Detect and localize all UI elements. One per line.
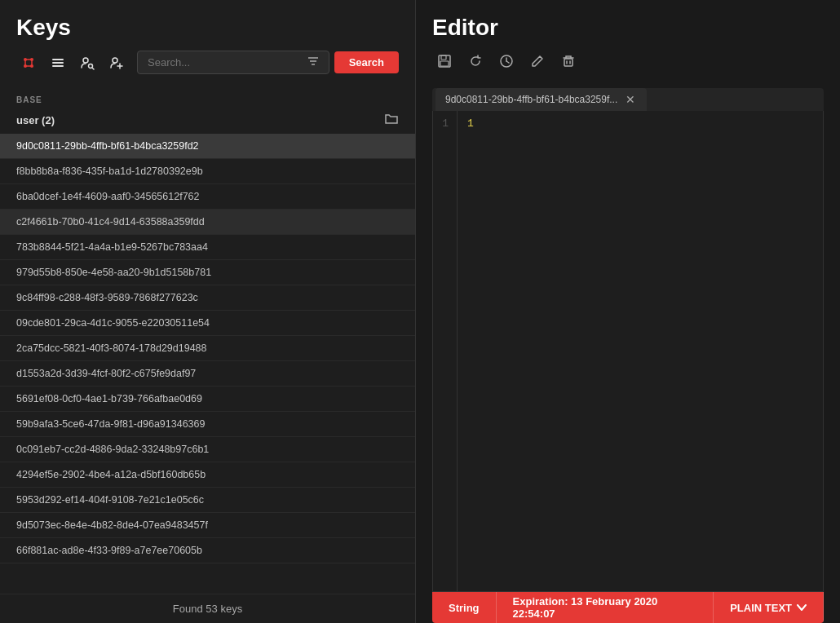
- line-numbers: 1: [433, 111, 458, 591]
- list-item[interactable]: 59b9afa3-5ce6-47da-9f81-d96a91346369: [0, 412, 415, 437]
- user-search-icon-btn[interactable]: [75, 52, 99, 73]
- footer-format[interactable]: PLAIN TEXT: [714, 592, 824, 623]
- editor-tab[interactable]: 9d0c0811-29bb-4ffb-bf61-b4bca3259f... ✕: [435, 88, 647, 111]
- group-label: user (2): [16, 114, 55, 126]
- editor-toolbar: [432, 51, 824, 72]
- list-item[interactable]: 9d5073ec-8e4e-4b82-8de4-07ea9483457f: [0, 513, 415, 538]
- list-item[interactable]: 5953d292-ef14-404f-9108-7e21c1e05c6c: [0, 488, 415, 513]
- search-input[interactable]: [144, 51, 304, 73]
- type-label: String: [449, 602, 480, 614]
- list-item[interactable]: 09cde801-29ca-4d1c-9055-e22030511e54: [0, 311, 415, 336]
- right-header: Editor: [416, 0, 840, 88]
- editor-title: Editor: [432, 15, 824, 41]
- list-item[interactable]: 5691ef08-0cf0-4ae1-b739-766afbae0d69: [0, 387, 415, 412]
- refresh-icon-btn[interactable]: [463, 51, 488, 72]
- svg-rect-26: [564, 59, 573, 66]
- list-item[interactable]: 9c84ff98-c288-48f3-9589-7868f277623c: [0, 285, 415, 311]
- list-item[interactable]: c2f4661b-70b0-41c4-9d14-63588a359fdd: [0, 210, 415, 235]
- search-button[interactable]: Search: [334, 51, 399, 73]
- search-container: [137, 51, 329, 74]
- filter-icon-btn[interactable]: [304, 52, 322, 73]
- right-panel: Editor: [416, 0, 840, 623]
- tab-close-button[interactable]: ✕: [624, 94, 637, 105]
- folder-icon: [384, 111, 399, 126]
- user-add-icon-btn[interactable]: [104, 52, 129, 73]
- tab-label: 9d0c0811-29bb-4ffb-bf61-b4bca3259f...: [445, 94, 617, 105]
- format-label: PLAIN TEXT: [730, 602, 792, 614]
- list-icon-btn[interactable]: [46, 52, 70, 73]
- section-label: BASE: [0, 91, 415, 106]
- svg-rect-8: [52, 59, 64, 60]
- delete-icon: [561, 54, 576, 68]
- expiry-label: Expiration: 13 February 2020 22:54:07: [513, 595, 697, 620]
- svg-point-14: [113, 58, 117, 63]
- delete-icon-btn[interactable]: [556, 51, 581, 72]
- list-item[interactable]: 6ba0dcef-1e4f-4609-aaf0-34565612f762: [0, 184, 415, 210]
- list-item[interactable]: 9d0c0811-29bb-4ffb-bf61-b4bca3259fd2: [0, 134, 415, 159]
- svg-rect-9: [52, 62, 64, 64]
- list-item[interactable]: 66f881ac-ad8e-4f33-9f89-a7e7ee70605b: [0, 538, 415, 563]
- keys-list: 9d0c0811-29bb-4ffb-bf61-b4bca3259fd2f8bb…: [0, 134, 415, 623]
- edit-icon-btn[interactable]: [525, 51, 550, 72]
- user-search-icon: [80, 55, 95, 70]
- user-add-icon: [109, 55, 124, 70]
- editor-tab-bar: 9d0c0811-29bb-4ffb-bf61-b4bca3259f... ✕: [432, 88, 824, 111]
- left-footer: Found 53 keys: [0, 594, 415, 623]
- list-item[interactable]: 783b8844-5f21-4a4a-b1e9-5267bc783aa4: [0, 235, 415, 260]
- refresh-icon: [468, 54, 483, 68]
- save-icon-btn[interactable]: [432, 51, 457, 72]
- list-item[interactable]: f8bb8b8a-f836-435f-ba1d-1d2780392e9b: [0, 159, 415, 184]
- cluster-icon-btn[interactable]: [16, 52, 41, 73]
- edit-icon: [530, 54, 545, 68]
- keys-title: Keys: [16, 15, 399, 41]
- clock-icon: [499, 54, 514, 68]
- folder-icon-btn[interactable]: [384, 111, 399, 129]
- svg-rect-10: [52, 65, 64, 67]
- list-item[interactable]: 4294ef5e-2902-4be4-a12a-d5bf160db65b: [0, 462, 415, 488]
- code-area[interactable]: 1: [458, 111, 823, 591]
- list-item[interactable]: d1553a2d-3d39-4fcf-80f2-c675fe9daf97: [0, 361, 415, 387]
- list-icon: [51, 55, 65, 70]
- list-item[interactable]: 0c091eb7-cc2d-4886-9da2-33248b97c6b1: [0, 437, 415, 462]
- filter-icon: [307, 55, 319, 67]
- left-header: Keys: [0, 0, 415, 91]
- line-number-1: 1: [441, 117, 449, 130]
- group-header: user (2): [0, 106, 415, 134]
- list-item[interactable]: 979d55b8-850e-4e58-aa20-9b1d5158b781: [0, 260, 415, 285]
- clock-icon-btn[interactable]: [494, 51, 519, 72]
- code-content: 1: [467, 117, 474, 130]
- chevron-down-icon: [797, 604, 807, 611]
- svg-point-11: [83, 58, 88, 63]
- list-item[interactable]: 2ca75dcc-5821-40f3-8074-178d29d19488: [0, 336, 415, 361]
- footer-type[interactable]: String: [432, 592, 497, 623]
- editor-body: 1 1: [432, 111, 824, 592]
- editor-footer: String Expiration: 13 February 2020 22:5…: [432, 592, 824, 623]
- toolbar: Search: [16, 51, 399, 74]
- cluster-icon: [21, 55, 36, 70]
- app-container: Keys: [0, 0, 840, 623]
- save-icon: [437, 54, 452, 68]
- svg-line-13: [92, 68, 94, 69]
- footer-expiry: Expiration: 13 February 2020 22:54:07: [497, 592, 714, 623]
- found-keys-label: Found 53 keys: [173, 603, 242, 615]
- svg-rect-22: [440, 61, 449, 66]
- left-panel: Keys: [0, 0, 416, 623]
- svg-line-25: [506, 61, 509, 63]
